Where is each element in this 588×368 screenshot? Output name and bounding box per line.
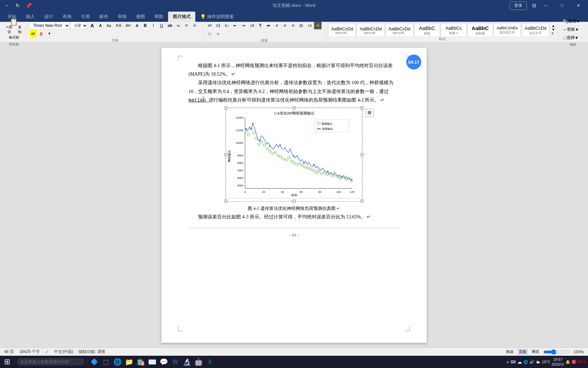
shading-button[interactable]: A bbox=[314, 22, 322, 29]
sort-button[interactable]: ↕A bbox=[248, 22, 256, 29]
taskbar-up-arrow[interactable]: ∧ bbox=[506, 360, 509, 364]
taskbar-input-method[interactable]: S bbox=[572, 360, 576, 364]
numbered-list-button[interactable]: ≡1 bbox=[214, 22, 222, 29]
taskbar-wechat[interactable]: 💬 bbox=[159, 357, 169, 367]
handle-tr[interactable] bbox=[361, 107, 363, 109]
tab-design[interactable]: 设计 bbox=[39, 12, 58, 22]
border-button[interactable]: □ bbox=[206, 30, 213, 37]
taskbar-mail[interactable]: ✉️ bbox=[147, 357, 157, 367]
document-page[interactable]: 根据图 4-1 所示，神经网络预测出来结果不是特别拟合，根据计算可得到平均绝对百… bbox=[161, 48, 427, 343]
bold-button[interactable]: B bbox=[142, 22, 149, 29]
distribute-button[interactable]: ⊟ bbox=[297, 22, 305, 29]
taskbar-cortana[interactable]: 🔷 bbox=[89, 357, 99, 367]
tab-search-tip[interactable]: 💡 操作说明搜索 bbox=[195, 12, 239, 22]
taskbar-ie-edge[interactable]: 🌐 bbox=[112, 357, 122, 367]
print-view-button[interactable]: 页面 bbox=[518, 349, 528, 355]
handle-bm[interactable] bbox=[293, 200, 295, 202]
show-marks-button[interactable]: ¶ bbox=[257, 22, 264, 29]
taskbar-multitask[interactable]: ⬚ bbox=[101, 357, 111, 367]
format-paint-button[interactable]: 格式刷 bbox=[7, 34, 21, 41]
tab-review[interactable]: 审阅 bbox=[113, 12, 131, 22]
style-comment-text[interactable]: AaBbCcDd 批注文字 bbox=[522, 23, 550, 36]
taskbar-weather[interactable]: ⛅ bbox=[536, 360, 540, 364]
strikethrough-button[interactable]: ab bbox=[166, 22, 174, 29]
taskbar-word[interactable]: W bbox=[170, 357, 180, 367]
back-button[interactable]: ← bbox=[3, 2, 12, 9]
restore-button[interactable]: □ bbox=[555, 0, 569, 11]
handle-mr[interactable] bbox=[361, 153, 363, 156]
font-color-button[interactable]: A bbox=[37, 30, 45, 37]
bullet-list-button[interactable]: ≡• bbox=[206, 22, 213, 29]
shrink-font-button[interactable]: A bbox=[97, 22, 104, 29]
style-heading4[interactable]: AaBbCc 标题 4 bbox=[441, 23, 467, 36]
select-button[interactable]: ⬚ 选择 ▼ bbox=[561, 34, 585, 42]
zoom-slider[interactable] bbox=[543, 349, 571, 355]
font-size-select[interactable]: 小四 bbox=[71, 22, 88, 29]
assist-label[interactable]: 辅助功能: 调查 bbox=[79, 349, 105, 355]
web-view-button[interactable]: 网页 bbox=[530, 349, 541, 355]
taskbar-clock[interactable]: 19:57 2022/1/ bbox=[552, 357, 564, 367]
taskbar-network[interactable]: 🌐 bbox=[523, 360, 528, 364]
paste-button[interactable]: 📋 bbox=[8, 18, 20, 26]
taskbar-notifications[interactable]: 🔔 bbox=[566, 360, 570, 364]
grow-font-button[interactable]: A bbox=[88, 22, 96, 29]
style-wpsoff3[interactable]: AaBbCcDd WPSOff... bbox=[386, 23, 413, 36]
style-wpsoff2[interactable]: AaBbCcDd WPSOff... bbox=[357, 23, 385, 36]
copy-button[interactable]: 复制 bbox=[15, 26, 24, 33]
style-wpsoff1[interactable]: AaBbCcDd WPSOff... bbox=[328, 23, 356, 36]
taskbar-explorer[interactable]: 📁 bbox=[124, 357, 134, 367]
handle-tm[interactable] bbox=[293, 107, 295, 109]
superscript-button[interactable]: x² bbox=[183, 22, 190, 29]
taskbar-wps-icon[interactable]: WPS bbox=[577, 360, 586, 364]
underline-button[interactable]: U bbox=[158, 22, 165, 29]
taskbar-volume[interactable]: 🔊 bbox=[529, 360, 534, 364]
clear-format-button[interactable]: ✕A bbox=[114, 22, 123, 29]
handle-ml[interactable] bbox=[225, 153, 227, 156]
replace-button[interactable]: ↔ 替换 ▼ bbox=[561, 26, 585, 33]
login-button[interactable]: 登录 bbox=[510, 1, 527, 10]
tab-mail[interactable]: 邮件 bbox=[95, 12, 113, 22]
tab-pictool[interactable]: 图片格式 bbox=[168, 12, 195, 22]
style-heading[interactable]: AaBbC 标题 bbox=[414, 23, 440, 36]
align-right-button[interactable]: ≡ bbox=[281, 22, 289, 29]
minimize-button[interactable]: ─ bbox=[539, 0, 553, 11]
style-body-frame[interactable]: AaBbCcDdEe 批注框文本 bbox=[494, 23, 521, 36]
tab-help[interactable]: 帮助 bbox=[150, 12, 168, 22]
style-subtitle[interactable]: AaBbC 副标题 bbox=[467, 23, 493, 36]
align-left-button[interactable]: ⬌ bbox=[265, 22, 272, 29]
more-para-button[interactable]: ↘ bbox=[214, 30, 222, 37]
emphasis-button[interactable]: A bbox=[133, 22, 141, 29]
cut-button[interactable]: ✂剪切 bbox=[3, 26, 15, 33]
taskbar-robot[interactable]: 🤖 bbox=[193, 357, 203, 367]
ribbon-collapse-button[interactable]: ⊟ bbox=[532, 3, 536, 8]
subscript-button[interactable]: x₂ bbox=[175, 22, 182, 29]
refresh-button[interactable]: ↻ bbox=[14, 2, 22, 9]
handle-br[interactable] bbox=[361, 200, 363, 202]
timer-circle[interactable]: 04:17 bbox=[406, 55, 421, 70]
font-family-select[interactable]: Times New Rom bbox=[29, 22, 70, 29]
close-button[interactable]: ✕ bbox=[572, 0, 585, 11]
taskbar-search-input[interactable] bbox=[17, 358, 85, 366]
more-font-button[interactable]: ▼ bbox=[46, 30, 53, 37]
styles-scroll[interactable]: ▲ ▼ ≡ bbox=[550, 23, 556, 36]
line-spacing-button[interactable]: ↕≡ bbox=[306, 22, 313, 29]
taskbar-excel[interactable]: X bbox=[205, 357, 215, 367]
pin-button[interactable]: 📌 bbox=[24, 2, 34, 9]
taskbar-cloud[interactable]: ☁ bbox=[517, 359, 522, 365]
tab-view[interactable]: 视图 bbox=[131, 12, 150, 22]
start-button[interactable]: ⊞ bbox=[2, 357, 12, 367]
multilevel-list-button[interactable]: ≡↓ bbox=[223, 22, 231, 29]
justify-button[interactable]: ≡ bbox=[289, 22, 297, 29]
taskbar-keyboard[interactable]: ⌨ bbox=[510, 360, 516, 364]
pinyin-button[interactable]: abc bbox=[124, 22, 133, 29]
italic-button[interactable]: I bbox=[150, 22, 157, 29]
read-view-button[interactable]: 阅读 bbox=[505, 349, 515, 355]
taskbar-unknown1[interactable]: 🔬 bbox=[182, 357, 192, 367]
handle-tl[interactable] bbox=[225, 107, 227, 109]
outdent-button[interactable]: ⇤ bbox=[231, 22, 239, 29]
text-effect-button[interactable]: A bbox=[191, 22, 198, 29]
change-case-button[interactable]: Aa bbox=[105, 22, 113, 29]
taskbar-store[interactable]: 🛍️ bbox=[135, 357, 146, 367]
tab-refs[interactable]: 引用 bbox=[76, 12, 95, 22]
align-center-button[interactable]: ≡ bbox=[273, 22, 280, 29]
